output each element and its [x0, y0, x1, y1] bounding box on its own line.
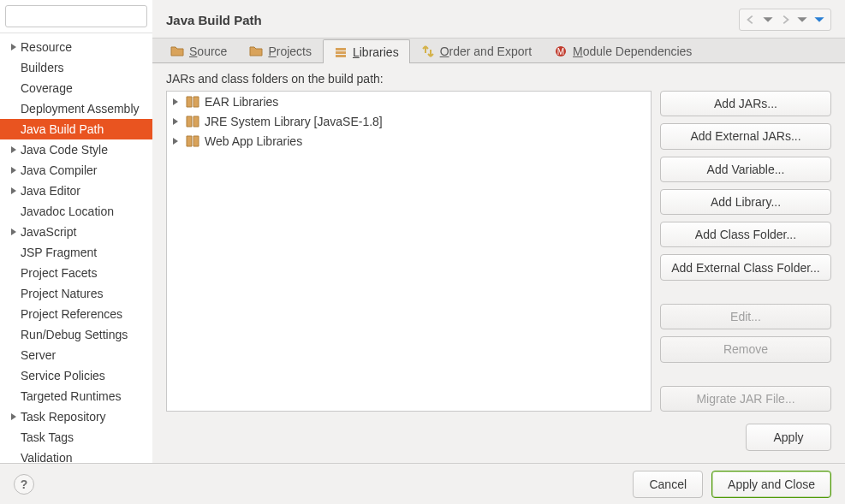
tree-item-label: JavaScript — [21, 225, 149, 239]
tree-item[interactable]: Javadoc Location — [0, 201, 152, 222]
tree-item[interactable]: Project Facets — [0, 263, 152, 283]
library-label: Web App Libraries — [205, 134, 302, 148]
tree-item-label: Java Compiler — [21, 163, 149, 177]
expand-icon[interactable] — [172, 98, 181, 105]
library-icon — [186, 116, 199, 127]
library-item[interactable]: EAR Libraries — [167, 92, 651, 111]
tab-projects[interactable]: Projects — [238, 39, 323, 62]
tree-item-label: Targeted Runtimes — [21, 389, 149, 403]
library-label: EAR Libraries — [205, 95, 278, 109]
tabs: SourceProjectsLibrariesOrder and ExportM… — [152, 38, 845, 63]
apply-button[interactable]: Apply — [746, 424, 831, 451]
expand-icon[interactable] — [9, 413, 19, 420]
add-variable-button[interactable]: Add Variable... — [660, 157, 831, 182]
tree-item-label: Java Build Path — [21, 122, 149, 136]
tree-item-label: Run/Debug Settings — [21, 328, 149, 341]
tree-item[interactable]: Builders — [0, 57, 152, 78]
library-icon — [186, 135, 199, 147]
sidebar: ResourceBuildersCoverageDeployment Assem… — [0, 0, 152, 463]
tab-label: Libraries — [353, 45, 399, 59]
tree-item[interactable]: Java Editor — [0, 181, 152, 201]
tree-item[interactable]: Task Repository — [0, 406, 152, 427]
tree-item-label: Deployment Assembly — [21, 102, 149, 116]
tree-item-label: Validation — [21, 451, 149, 463]
expand-icon[interactable] — [9, 228, 19, 235]
apply-and-close-button[interactable]: Apply and Close — [711, 471, 831, 498]
instruction-label: JARs and class folders on the build path… — [166, 72, 831, 86]
tree-item-label: Project Facets — [21, 266, 149, 280]
tree-item[interactable]: Java Build Path — [0, 119, 152, 139]
tree-item-label: Server — [21, 348, 149, 362]
svg-rect-1 — [336, 51, 346, 54]
tab-label: Projects — [268, 44, 312, 58]
forward-button[interactable] — [777, 12, 793, 27]
order-and-export-icon — [421, 44, 435, 58]
help-button[interactable]: ? — [14, 474, 34, 495]
tree-item[interactable]: Server — [0, 345, 152, 365]
button-column: Add JARs... Add External JARs... Add Var… — [660, 91, 831, 412]
expand-icon[interactable] — [9, 187, 19, 194]
add-external-jars-button[interactable]: Add External JARs... — [660, 123, 831, 149]
tree-item[interactable]: Targeted Runtimes — [0, 386, 152, 406]
tree-item[interactable]: JSP Fragment — [0, 242, 152, 263]
migrate-jar-button[interactable]: Migrate JAR File... — [660, 386, 831, 412]
tab-order-and-export[interactable]: Order and Export — [410, 39, 543, 62]
libraries-list[interactable]: EAR LibrariesJRE System Library [JavaSE-… — [166, 91, 652, 412]
expand-icon[interactable] — [9, 44, 19, 50]
content-pane: Java Build Path — [152, 0, 845, 463]
expand-icon[interactable] — [172, 118, 181, 125]
tree-item-label: Task Tags — [21, 430, 149, 444]
tree-item[interactable]: Coverage — [0, 78, 152, 98]
tree-item[interactable]: Service Policies — [0, 365, 152, 386]
library-icon — [186, 96, 199, 108]
back-button[interactable] — [743, 12, 759, 27]
tree-item[interactable]: Run/Debug Settings — [0, 324, 152, 345]
tree-item[interactable]: JavaScript — [0, 222, 152, 242]
library-label: JRE System Library [JavaSE-1.8] — [205, 115, 383, 128]
tree-item[interactable]: Task Tags — [0, 427, 152, 448]
tab-module-dependencies[interactable]: MModule Dependencies — [543, 39, 703, 62]
tree-item[interactable]: Validation — [0, 448, 152, 463]
add-external-class-folder-button[interactable]: Add External Class Folder... — [660, 254, 831, 280]
source-icon — [170, 44, 184, 58]
tab-label: Source — [189, 44, 227, 58]
tree-item[interactable]: Java Code Style — [0, 139, 152, 160]
tree-item-label: Task Repository — [21, 410, 149, 424]
view-menu[interactable] — [812, 12, 827, 27]
tab-libraries[interactable]: Libraries — [323, 39, 410, 63]
tree-item[interactable]: Project References — [0, 304, 152, 324]
tree-item[interactable]: Java Compiler — [0, 160, 152, 181]
library-item[interactable]: JRE System Library [JavaSE-1.8] — [167, 111, 651, 131]
tree-item-label: Javadoc Location — [21, 205, 149, 218]
tree-item-label: Coverage — [21, 81, 149, 95]
module-dependencies-icon: M — [554, 44, 568, 58]
remove-button[interactable]: Remove — [660, 336, 831, 362]
expand-icon[interactable] — [172, 138, 181, 145]
expand-icon[interactable] — [9, 146, 19, 153]
add-jars-button[interactable]: Add JARs... — [660, 91, 831, 116]
tree-item[interactable]: Deployment Assembly — [0, 98, 152, 119]
cancel-button[interactable]: Cancel — [633, 471, 703, 498]
tree-item-label: JSP Fragment — [21, 246, 149, 259]
tree-item-label: Builders — [21, 61, 149, 74]
expand-icon[interactable] — [9, 167, 19, 174]
add-class-folder-button[interactable]: Add Class Folder... — [660, 222, 831, 247]
nav-toolbar — [739, 9, 831, 31]
page-title: Java Build Path — [166, 13, 739, 27]
tab-source[interactable]: Source — [159, 39, 238, 62]
tree-item-label: Java Editor — [21, 184, 149, 198]
forward-menu[interactable] — [794, 12, 810, 27]
svg-text:M: M — [557, 47, 564, 56]
property-tree[interactable]: ResourceBuildersCoverageDeployment Assem… — [0, 33, 152, 463]
tree-item[interactable]: Project Natures — [0, 283, 152, 304]
library-item[interactable]: Web App Libraries — [167, 131, 651, 151]
tab-label: Order and Export — [440, 44, 532, 58]
tree-item-label: Java Code Style — [21, 143, 149, 157]
filter-input[interactable] — [5, 5, 147, 27]
add-library-button[interactable]: Add Library... — [660, 189, 831, 215]
tree-item[interactable]: Resource — [0, 37, 152, 57]
projects-icon — [249, 44, 263, 58]
svg-rect-0 — [336, 48, 346, 50]
edit-button[interactable]: Edit... — [660, 304, 831, 329]
back-menu[interactable] — [760, 12, 776, 27]
